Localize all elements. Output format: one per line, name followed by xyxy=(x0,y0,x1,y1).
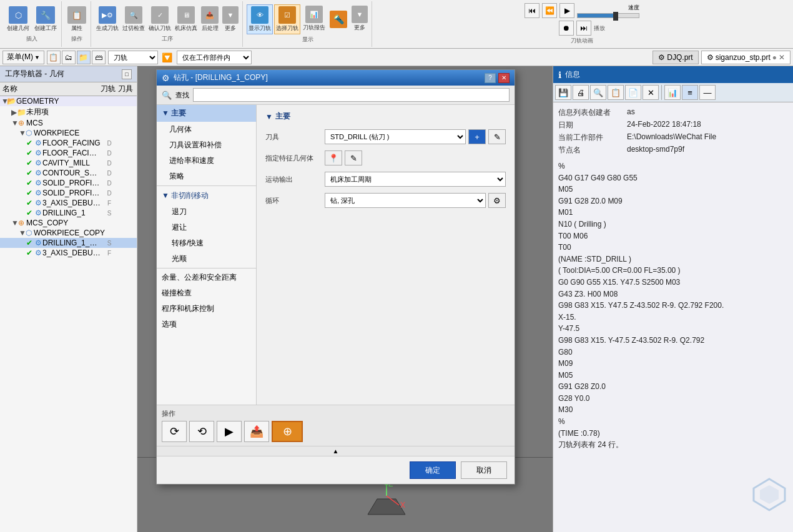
dialog-nav-item-feed-speed[interactable]: 进给率和速度 xyxy=(157,153,256,169)
gouge-check-btn[interactable]: 🔍 过切检查 xyxy=(121,5,146,34)
tree-item-unused[interactable]: ▶ 📁 未用项 xyxy=(0,106,137,118)
dialog-nav-item-strategy[interactable]: 策略 xyxy=(157,169,256,184)
dialog-nav-item-transfer[interactable]: 转移/快速 xyxy=(157,235,256,251)
dialog-nav-item-main[interactable]: ▼ 主要 xyxy=(157,105,256,122)
dialog-nav-item-avoidance[interactable]: 避让 xyxy=(157,220,256,235)
tree-item-drilling1[interactable]: ✔ ⚙ DRILLING_1 S xyxy=(0,208,137,218)
toolpath-select[interactable]: 刀轨 xyxy=(108,51,158,64)
dialog-help-btn[interactable]: ? xyxy=(485,73,496,83)
highlight-op-btn[interactable]: ⊕ xyxy=(272,421,303,442)
cycle-select[interactable]: 钻, 深孔 xyxy=(325,193,486,208)
info-view1-btn[interactable]: 📊 xyxy=(664,85,681,100)
logo-area xyxy=(558,476,788,515)
menu-btn[interactable]: 菜单(M) ▼ xyxy=(2,51,44,64)
create-geometry-btn[interactable]: ⬡ 创建几何 xyxy=(5,5,31,34)
tree-item-3axis-deburr2[interactable]: ✔ ⚙ 3_AXIS_DEBURR... F xyxy=(0,248,137,258)
dialog-nav-item-collision[interactable]: 碰撞检查 xyxy=(157,285,256,301)
next-frame-btn[interactable]: ⏭ xyxy=(576,21,591,36)
tree-item-floor-facing1[interactable]: ✔ ⚙ FLOOR_FACING D xyxy=(0,138,137,148)
info-row-part: 当前工作部件 E:\Downloads\WeChat File xyxy=(558,132,788,143)
dialog-nav-item-retract[interactable]: 退刀 xyxy=(157,204,256,220)
nav-icon2[interactable]: 🗂 xyxy=(62,51,76,64)
info-row-date: 日期 24-Feb-2022 18:47:18 xyxy=(558,120,788,131)
cancel-button[interactable]: 取消 xyxy=(461,461,507,479)
info-save-btn[interactable]: 💾 xyxy=(555,85,571,100)
geometry-edit-btn[interactable]: ✎ xyxy=(345,150,362,165)
tree-item-solid-profile1[interactable]: ✔ ⚙ SOLID_PROFILE_... D xyxy=(0,178,137,188)
dialog-nav-item-smoothing[interactable]: 光顺 xyxy=(157,251,256,267)
post-process-btn[interactable]: 📤 后处理 xyxy=(200,5,220,34)
simulate-op-btn[interactable]: ▶ xyxy=(217,421,242,442)
show-toolpath-btn[interactable]: 👁 显示刀轨 xyxy=(247,4,273,34)
nav-icon3[interactable]: 📁 xyxy=(77,51,91,64)
info-search-btn[interactable]: 🔍 xyxy=(590,85,606,100)
info-value-node: desktop-smd7p9f xyxy=(627,145,788,155)
confirm-button[interactable]: 确定 xyxy=(410,461,456,479)
info-copy-btn[interactable]: 📋 xyxy=(608,85,624,100)
more-display-btn[interactable]: ▼ 更多 xyxy=(350,4,369,34)
generate-op-btn[interactable]: ⟳ xyxy=(162,421,187,442)
info-view2-btn[interactable]: ≡ xyxy=(682,85,698,100)
dialog-nav-item-options[interactable]: 选项 xyxy=(157,317,256,332)
info-print-btn[interactable]: 🖨 xyxy=(573,85,589,100)
field-cycle: 循环 钻, 深孔 ⚙ xyxy=(265,193,506,208)
dialog-nav-item-non-cutting[interactable]: ▼ 非切削移动 xyxy=(157,187,256,204)
tab-close-btn[interactable]: ✕ xyxy=(779,53,785,62)
prev-frame-btn[interactable]: ⏺ xyxy=(559,21,574,36)
verify-op-btn[interactable]: ⟲ xyxy=(189,421,214,442)
toolbar-group-create: ⬡ 创建几何 🔧 创建工序 插入 xyxy=(2,1,62,47)
geometry-select-btn[interactable]: 📍 xyxy=(325,150,342,165)
machine-sim-btn[interactable]: 🖥 机床仿真 xyxy=(174,5,199,34)
nav-icon4[interactable]: 🗃 xyxy=(92,51,106,64)
dialog-nav-item-tolerance[interactable]: 余量、公差和安全距离 xyxy=(157,270,256,285)
siganzuo-tab[interactable]: ⚙ siganzuo_stp.prt ● ✕ xyxy=(701,51,791,64)
tree-item-cavity-mill[interactable]: ✔ ⚙ CAVITY_MILL D xyxy=(0,158,137,168)
tree-item-solid-profile2[interactable]: ✔ ⚙ SOLID_PROFILE_... D xyxy=(0,188,137,198)
nav-header-btn[interactable]: □ xyxy=(122,69,132,79)
cycle-settings-btn[interactable]: ⚙ xyxy=(488,193,506,208)
code-line-23: % xyxy=(558,416,788,428)
create-operation-btn[interactable]: 🔧 创建工序 xyxy=(32,5,59,34)
info-value-date: 24-Feb-2022 18:47:18 xyxy=(627,120,788,131)
tool-edit-btn[interactable]: ✎ xyxy=(488,129,506,144)
tree-item-3axis-deburr1[interactable]: ✔ ⚙ 3_AXIS_DEBURR... F xyxy=(0,198,137,208)
generate-toolpath-btn[interactable]: ▶⚙ 生成刀轨 xyxy=(95,5,120,34)
info-copy2-btn[interactable]: 📄 xyxy=(625,85,641,100)
filter-select[interactable]: 仅在工作部件内 xyxy=(177,51,252,64)
tree-item-geometry[interactable]: ▼ 📂 GEOMETRY xyxy=(0,96,137,106)
nav-icon1[interactable]: 📋 xyxy=(47,51,61,64)
tool-add-btn[interactable]: + xyxy=(468,129,486,144)
info-collapse-btn[interactable]: — xyxy=(699,85,716,100)
code-line-11: G0 G90 G55 X15. Y47.5 S2500 M03 xyxy=(558,277,788,288)
tree-item-mcs[interactable]: ▼ ⊕ MCS xyxy=(0,118,137,128)
tree-item-contour-sur[interactable]: ✔ ⚙ CONTOUR_SUR... D xyxy=(0,168,137,178)
motion-select[interactable]: 机床加工周期 xyxy=(325,172,506,187)
toolpath-report-btn[interactable]: 📊 刀轨报告 xyxy=(302,4,327,34)
tree-item-drilling1-copy[interactable]: ✔ ⚙ DRILLING_1_CO... S xyxy=(0,238,137,248)
rewind-btn[interactable]: ⏮ xyxy=(525,3,539,18)
info-close-btn[interactable]: ✕ xyxy=(643,85,659,100)
djq-tab[interactable]: ⚙ DJQ.prt xyxy=(653,51,698,64)
more-toolpath-btn[interactable]: ▼ 更多 xyxy=(221,5,240,34)
verify-toolpath-btn[interactable]: ✓ 确认刀轨 xyxy=(147,5,172,34)
dialog-close-btn[interactable]: ✕ xyxy=(498,73,510,83)
filter-icon[interactable]: 🔽 xyxy=(160,51,174,64)
tree-item-floor-facing2[interactable]: ✔ ⚙ FLOOR_FACING_... D xyxy=(0,148,137,158)
dialog-nav-item-geometry[interactable]: 几何体 xyxy=(157,122,256,137)
search-input[interactable] xyxy=(193,88,510,102)
info-label-part: 当前工作部件 xyxy=(558,132,627,143)
dialog-nav-item-program[interactable]: 程序和机床控制 xyxy=(157,301,256,317)
tree-item-mcs-copy[interactable]: ▼ ⊕ MCS_COPY xyxy=(0,218,137,228)
code-line-8: T00 xyxy=(558,242,788,254)
field-motion-output: 运动输出 机床加工周期 xyxy=(265,172,506,187)
tree-item-workpiece[interactable]: ▼ ⬡ WORKPIECE xyxy=(0,128,137,138)
step-back-btn[interactable]: ⏪ xyxy=(542,3,557,18)
dialog-nav-item-tool-settings[interactable]: 刀具设置和补偿 xyxy=(157,137,256,153)
play-btn[interactable]: ▶ xyxy=(559,3,574,18)
tree-item-workpiece-copy[interactable]: ▼ ⬡ WORKPIECE_COPY xyxy=(0,228,137,238)
tool-select[interactable]: STD_DRILL (钻刀 ) xyxy=(325,129,466,144)
postprocess-op-btn[interactable]: 📤 xyxy=(244,421,269,442)
properties-btn[interactable]: 📋 属性 xyxy=(66,5,88,34)
select-toolpath-btn[interactable]: ☑ 选择刀轨 xyxy=(274,4,300,34)
dialog-expand-arrow[interactable]: ▲ xyxy=(157,446,515,456)
